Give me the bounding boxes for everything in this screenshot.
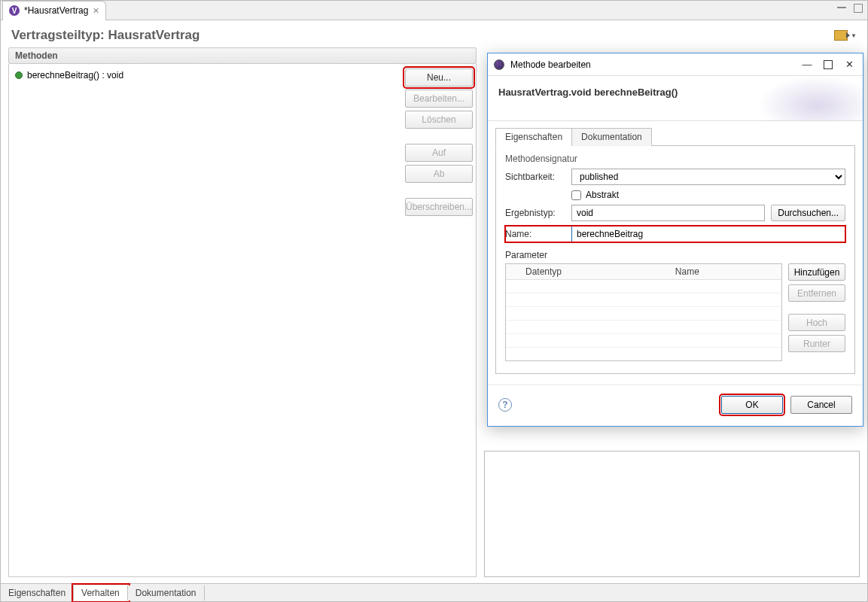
table-row[interactable]	[506, 307, 781, 321]
close-dialog-icon[interactable]: ✕	[842, 59, 857, 70]
parameter-section: Parameter Datentyp Name	[505, 250, 845, 361]
parameter-buttons: Hinzufügen Entfernen Hoch Runter	[788, 263, 845, 361]
browse-button[interactable]: Durchsuchen...	[771, 205, 845, 221]
section-title: Methoden	[8, 47, 477, 64]
minimize-icon[interactable]: —	[799, 59, 815, 70]
close-icon[interactable]: ✕	[93, 6, 99, 16]
new-button[interactable]: Neu...	[405, 68, 473, 87]
method-list[interactable]: berechneBeitrag() : void	[9, 64, 402, 576]
edit-method-dialog: Methode bearbeiten — ✕ HausratVertrag.vo…	[487, 53, 863, 427]
view-window-controls	[837, 4, 863, 13]
editor-header: Vertragsteiltyp: HausratVertrag ▼	[1, 20, 867, 47]
remove-param-button[interactable]: Entfernen	[788, 284, 845, 302]
dialog-footer: ? OK Cancel	[488, 385, 863, 426]
help-icon[interactable]: ?	[498, 398, 512, 412]
methods-panel: Methoden berechneBeitrag() : void Neu...…	[8, 47, 477, 577]
list-item[interactable]: berechneBeitrag() : void	[15, 70, 396, 81]
dialog-titlebar[interactable]: Methode bearbeiten — ✕	[488, 53, 863, 76]
method-button-column: Neu... Bearbeiten... Löschen Auf Ab Über…	[402, 64, 476, 576]
abstract-row: Abstrakt	[571, 190, 845, 200]
banner-decoration	[757, 76, 863, 121]
group-title: Methodensignatur	[505, 154, 845, 164]
dlg-tab-eigenschaften[interactable]: Eigenschaften	[495, 128, 572, 146]
override-button[interactable]: Überschreiben...	[405, 198, 473, 216]
dlg-tab-dokumentation[interactable]: Dokumentation	[571, 128, 652, 146]
parameter-table[interactable]: Datentyp Name	[505, 263, 782, 361]
page-title: Vertragsteiltyp: HausratVertrag	[11, 28, 199, 43]
dialog-tabs: Eigenschaften Dokumentation	[495, 127, 855, 146]
maximize-view-icon[interactable]	[854, 4, 863, 13]
table-row[interactable]	[506, 321, 781, 334]
table-row[interactable]	[506, 293, 781, 307]
visibility-label: Sichtbarkeit:	[505, 172, 565, 182]
editor-tab-title: *HausratVertrag	[24, 5, 88, 16]
tab-dokumentation[interactable]: Dokumentation	[128, 585, 205, 600]
eclipse-icon	[494, 59, 504, 70]
public-method-icon	[15, 71, 23, 79]
maximize-icon[interactable]	[824, 60, 833, 69]
abstract-label: Abstrakt	[586, 190, 619, 200]
ok-button[interactable]: OK	[721, 396, 783, 414]
visibility-select[interactable]: published	[571, 169, 845, 185]
param-up-button[interactable]: Hoch	[788, 314, 845, 331]
returntype-row: Ergebnistyp: Durchsuchen...	[505, 205, 845, 221]
returntype-label: Ergebnistyp:	[505, 208, 565, 218]
table-row[interactable]	[506, 280, 781, 293]
parameter-label: Parameter	[505, 250, 845, 260]
method-label: berechneBeitrag() : void	[27, 70, 123, 81]
abstract-checkbox[interactable]	[571, 190, 581, 200]
name-input[interactable]	[571, 226, 845, 242]
table-row[interactable]	[506, 334, 781, 348]
returntype-input[interactable]	[571, 205, 765, 221]
cancel-button[interactable]: Cancel	[790, 396, 852, 414]
tab-eigenschaften[interactable]: Eigenschaften	[1, 585, 74, 600]
visibility-row: Sichtbarkeit: published	[505, 169, 845, 185]
bottom-tab-bar: Eigenschaften Verhalten Dokumentation	[1, 583, 867, 601]
col-datentyp: Datentyp	[519, 264, 669, 280]
edit-button[interactable]: Bearbeiten...	[405, 90, 473, 108]
name-row: Name:	[505, 226, 845, 242]
col-name: Name	[669, 264, 781, 280]
vertrag-icon: V	[9, 5, 20, 16]
add-param-button[interactable]: Hinzufügen	[788, 263, 845, 281]
up-button[interactable]: Auf	[405, 144, 473, 162]
name-label: Name:	[505, 229, 565, 239]
delete-button[interactable]: Löschen	[405, 111, 473, 129]
tab-verhalten[interactable]: Verhalten	[74, 585, 128, 600]
package-icon	[834, 30, 848, 41]
dialog-banner: HausratVertrag.void berechneBeitrag()	[488, 76, 863, 121]
tab-content: Methodensignatur Sichtbarkeit: published…	[495, 146, 855, 374]
editor-tabbar: V *HausratVertrag ✕	[1, 1, 867, 20]
methods-container: berechneBeitrag() : void Neu... Bearbeit…	[8, 64, 477, 577]
header-actions[interactable]: ▼	[834, 30, 857, 41]
down-button[interactable]: Ab	[405, 165, 473, 183]
dialog-title: Methode bearbeiten	[510, 59, 591, 70]
param-down-button[interactable]: Runter	[788, 335, 845, 352]
chevron-down-icon: ▼	[851, 32, 857, 39]
minimize-view-icon[interactable]	[837, 4, 846, 8]
preview-box	[484, 451, 860, 577]
dialog-body: Eigenschaften Dokumentation Methodensign…	[488, 121, 863, 380]
editor-tab-hausratvertrag[interactable]: V *HausratVertrag ✕	[2, 1, 106, 20]
